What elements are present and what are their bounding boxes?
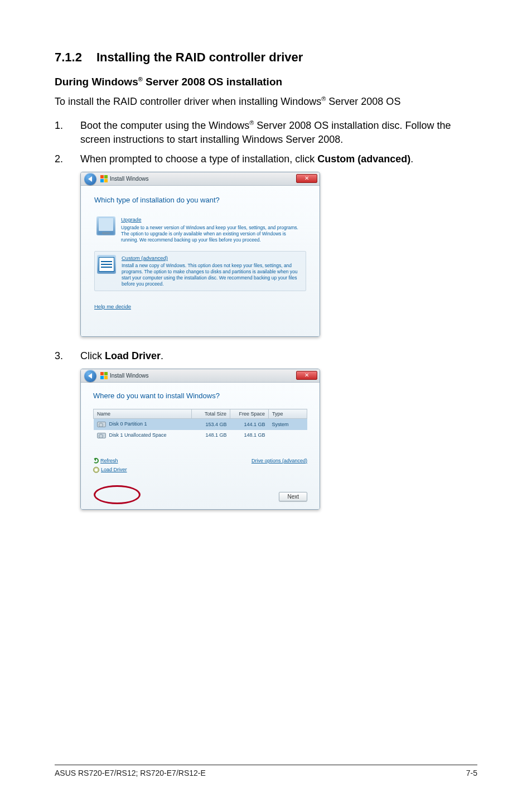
option-desc: Upgrade to a newer version of Windows an… (121, 225, 298, 243)
option-upgrade[interactable]: Upgrade Upgrade to a newer version of Wi… (94, 213, 306, 246)
disk-free: 144.1 GB (230, 419, 269, 430)
titlebar: Install Windows ✕ (81, 172, 320, 186)
step-3: 3. Click Load Driver. (55, 349, 477, 363)
close-icon: ✕ (304, 176, 309, 181)
load-driver-link[interactable]: Load Driver (101, 467, 127, 472)
monitor-icon (96, 216, 115, 235)
disk-total: 153.4 GB (192, 419, 230, 430)
refresh-icon (93, 458, 99, 463)
screenshot-install-type: Install Windows ✕ Which type of installa… (55, 172, 477, 337)
disk-icon (97, 422, 106, 427)
page-footer: ASUS RS720-E7/RS12; RS720-E7/RS12-E 7-5 (55, 765, 477, 777)
help-me-decide-link[interactable]: Help me decide (94, 303, 131, 310)
screenshot-where-install: Install Windows ✕ Where do you want to i… (55, 369, 477, 510)
back-button[interactable] (84, 370, 96, 382)
footer-left: ASUS RS720-E7/RS12; RS720-E7/RS12-E (55, 769, 206, 777)
step-2: 2. When prompted to choose a type of ins… (55, 152, 477, 166)
step-number: 1. (55, 119, 80, 147)
list-icon (99, 257, 114, 272)
titlebar: Install Windows ✕ (81, 369, 320, 383)
disk-table: Name Total Size Free Space Type Disk 0 P… (93, 409, 307, 441)
back-arrow-icon (88, 176, 92, 182)
step-number: 2. (55, 152, 80, 166)
option-title: Upgrade (121, 216, 304, 223)
window-title: Install Windows (110, 176, 148, 182)
close-button[interactable]: ✕ (296, 174, 317, 183)
close-icon: ✕ (304, 373, 309, 378)
monitor-list-icon (97, 255, 116, 274)
disk-row[interactable]: Disk 0 Partition 1 153.4 GB 144.1 GB Sys… (94, 419, 307, 430)
step-body: When prompted to choose a type of instal… (80, 152, 477, 166)
windows-logo-icon (100, 175, 108, 183)
back-button[interactable] (84, 173, 96, 185)
table-actions: Refresh Load Driver Drive options (advan… (93, 458, 307, 474)
windows-logo-icon (100, 372, 108, 380)
step-body: Click Load Driver. (80, 349, 477, 363)
disk-free: 148.1 GB (230, 430, 269, 441)
dialog-heading: Where do you want to install Windows? (93, 392, 307, 400)
step-1: 1. Boot the computer using the Windows® … (55, 119, 477, 147)
subheading: During Windows® Server 2008 OS installat… (55, 76, 477, 88)
back-arrow-icon (88, 373, 92, 379)
disk-type (269, 430, 307, 441)
window-title: Install Windows (110, 373, 148, 379)
step-body: Boot the computer using the Windows® Ser… (80, 119, 477, 147)
section-title: Installing the RAID controller driver (96, 50, 303, 64)
option-title: Custom (advanced) (122, 255, 303, 262)
section-number: 7.1.2 (55, 50, 96, 65)
install-windows-dialog-2: Install Windows ✕ Where do you want to i… (80, 369, 320, 510)
col-name[interactable]: Name (94, 409, 192, 419)
option-text: Custom (advanced) Install a new copy of … (122, 255, 303, 288)
next-button[interactable]: Next (279, 492, 307, 501)
refresh-link[interactable]: Refresh (100, 458, 118, 463)
dialog-content: Which type of installation do you want? … (81, 186, 320, 336)
disk-row[interactable]: Disk 1 Unallocated Space 148.1 GB 148.1 … (94, 430, 307, 441)
intro-text: To install the RAID controller driver wh… (55, 95, 477, 108)
document-page: 7.1.2Installing the RAID controller driv… (0, 0, 532, 802)
section-heading: 7.1.2Installing the RAID controller driv… (55, 50, 477, 65)
option-desc: Install a new copy of Windows. This opti… (122, 263, 297, 287)
option-custom-advanced[interactable]: Custom (advanced) Install a new copy of … (94, 251, 306, 292)
cd-icon (93, 467, 99, 473)
option-text: Upgrade Upgrade to a newer version of Wi… (121, 216, 304, 243)
footer-page-number: 7-5 (466, 769, 477, 777)
step-number: 3. (55, 349, 80, 363)
dialog-heading: Which type of installation do you want? (94, 196, 306, 204)
table-header-row: Name Total Size Free Space Type (94, 409, 307, 419)
disk-total: 148.1 GB (192, 430, 230, 441)
close-button[interactable]: ✕ (296, 371, 317, 380)
col-type[interactable]: Type (269, 409, 307, 419)
disk-type: System (269, 419, 307, 430)
disk-name: Disk 0 Partition 1 (109, 421, 147, 427)
drive-options-link[interactable]: Drive options (advanced) (252, 458, 307, 463)
col-total-size[interactable]: Total Size (192, 409, 230, 419)
col-free-space[interactable]: Free Space (230, 409, 269, 419)
dialog-content: Where do you want to install Windows? Na… (81, 383, 320, 509)
disk-name: Disk 1 Unallocated Space (109, 432, 167, 438)
next-row: Next (93, 489, 307, 503)
registered-mark: ® (138, 76, 143, 83)
install-windows-dialog: Install Windows ✕ Which type of installa… (80, 172, 320, 337)
disk-icon (97, 433, 106, 438)
